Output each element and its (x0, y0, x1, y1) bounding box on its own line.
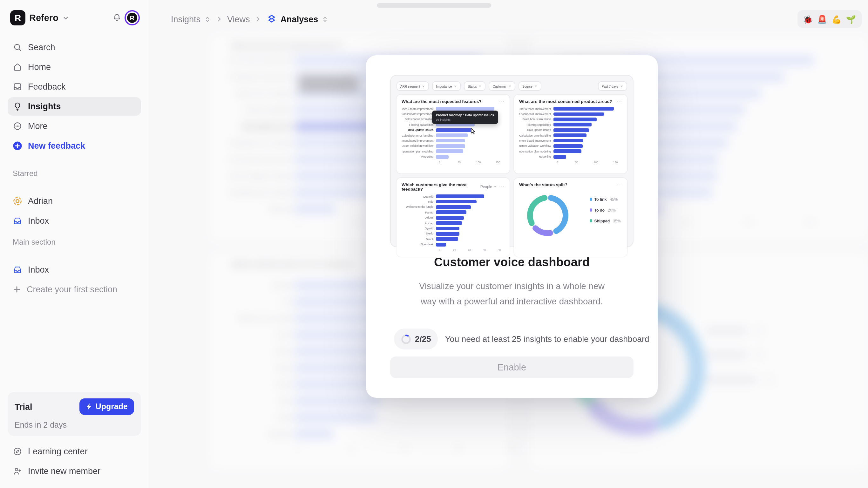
new-feedback-label: New feedback (28, 141, 85, 151)
chart-row-label: Sales bonus simulation (402, 118, 436, 121)
sidebar-nav: Search Home Feedback Insights More New f… (8, 38, 141, 155)
search-icon (13, 42, 22, 52)
axis-tick: 50 (575, 161, 578, 164)
chart-bar (436, 211, 466, 214)
plus-circle-icon (13, 141, 22, 151)
invite-member-button[interactable]: Invite new member (8, 462, 141, 480)
sidebar-item-inbox-main[interactable]: Inbox (8, 261, 141, 279)
bar-chart: DoctolibIndyWelcome to the junglePartooD… (402, 194, 504, 247)
breadcrumb-views[interactable]: Views (227, 14, 250, 24)
starred-list: Adrian Inbox (8, 192, 141, 230)
chevron-down-icon (62, 14, 69, 21)
filter-pill-customer: Customer (489, 81, 515, 91)
chart-bar (554, 150, 582, 153)
preview-chart-product-areas: What are the most concerned product area… (514, 95, 627, 174)
chart-bar (436, 155, 448, 159)
sidebar-header: R Refero R (8, 8, 141, 28)
sidebar-footer: Learning center Invite new member (8, 442, 141, 483)
tooltip-title: Product roadmap : Data update issues (436, 113, 494, 117)
sidebar-item-adrian[interactable]: Adrian (8, 192, 141, 210)
chart-row: Calculation error handling (402, 133, 504, 138)
upgrade-button[interactable]: Upgrade (80, 398, 134, 415)
drag-handle[interactable] (377, 3, 491, 8)
chart-bar (436, 242, 446, 246)
notifications-bell-icon[interactable] (112, 13, 122, 23)
chart-bar (436, 128, 472, 132)
chart-row: Reporting (402, 154, 504, 159)
new-feedback-button[interactable]: New feedback (8, 136, 141, 155)
upgrade-label: Upgrade (96, 402, 128, 411)
chart-legend: To link45%To do20%Shipped35% (589, 197, 621, 223)
compass-icon (13, 447, 22, 456)
breadcrumb-label: Analyses (281, 14, 318, 24)
chart-title: What's the status split? (519, 182, 567, 187)
chart-row-label: Calculation error handling (519, 134, 554, 137)
chart-bar (554, 134, 587, 138)
x-axis: 050100150 (402, 160, 504, 164)
chart-row-label: Statement board improvement (519, 139, 554, 142)
enable-button[interactable]: Enable (390, 357, 633, 378)
section-label-main: Main section (13, 238, 136, 247)
chart-row: Gymlib (402, 226, 504, 231)
breadcrumb-insights[interactable]: Insights (171, 14, 211, 24)
axis-tick: 40 (468, 248, 471, 252)
siren-emoji: 🚨 (817, 14, 827, 24)
chart-row-label: Agicap (402, 221, 436, 224)
chart-row: Data update issues (519, 127, 622, 133)
filter-pill-source: Source (519, 81, 541, 91)
breadcrumb-label: Views (227, 14, 250, 24)
axis-tick: 100 (594, 161, 598, 164)
chart-bar (436, 150, 463, 153)
sidebar-item-insights[interactable]: Insights (8, 97, 141, 116)
preview-chart-status-split: What's the status split?··· To link45%To… (514, 178, 627, 257)
sidebar-item-home[interactable]: Home (8, 58, 141, 76)
chart-row: Partoo (402, 210, 504, 215)
chevron-down-icon (454, 85, 457, 88)
chart-bar (436, 232, 460, 236)
chart-bar (554, 144, 583, 148)
chart-tooltip: Product roadmap : Data update issues 93 … (432, 111, 498, 124)
card-menu-icon: ··· (617, 99, 622, 103)
axis-tick: 20 (453, 248, 456, 252)
sidebar-item-search[interactable]: Search (8, 38, 141, 57)
axis-tick: 50 (458, 161, 461, 164)
trial-card: Trial Upgrade Ends in 2 days (8, 392, 141, 436)
tooltip-subtitle: 93 insights (436, 118, 494, 121)
sidebar-item-more[interactable]: More (8, 117, 141, 135)
chart-bar (436, 221, 462, 225)
chart-row-label: Custom validation workflow (519, 145, 554, 148)
reactions-pill[interactable]: 🐞 🚨 💪 🌱 (797, 10, 862, 28)
chart-bar (554, 128, 589, 132)
axis-tick: 150 (496, 161, 500, 164)
chart-title: What are the most concerned product area… (519, 99, 612, 103)
chart-row: Filtering capabilities (519, 122, 622, 127)
sort-icon (204, 16, 211, 23)
axis-tick: 0 (557, 161, 558, 164)
target-icon (13, 196, 22, 206)
chart-row-label: Filtering capabilities (402, 123, 436, 126)
create-section-button[interactable]: Create your first section (8, 280, 141, 299)
chart-row: Bimpli (402, 236, 504, 242)
learning-center-button[interactable]: Learning center (8, 442, 141, 461)
legend-item: To do20% (589, 208, 621, 212)
modal-title: Customer voice dashboard (366, 255, 658, 269)
workspace-switcher[interactable]: R Refero (10, 10, 69, 25)
modal-description: Visualize your customer insights in a wh… (366, 279, 658, 309)
progress-row: 2/25 You need at least 25 insights to en… (394, 329, 649, 349)
sidebar-item-inbox-starred[interactable]: Inbox (8, 212, 141, 230)
chart-bar (554, 139, 583, 143)
learning-center-label: Learning center (28, 447, 88, 456)
user-avatar[interactable]: R (126, 11, 138, 24)
breadcrumb-analyses[interactable]: Analyses (267, 14, 329, 25)
people-selector: People (480, 185, 497, 189)
feedback-inbox-icon (13, 82, 22, 92)
chart-row-label: Indy (402, 200, 436, 203)
chart-row-label: Data update issues (519, 129, 554, 132)
legend-item: Shipped35% (589, 219, 621, 223)
chart-row-label: Reporting (402, 155, 436, 158)
axis-tick: 0 (439, 161, 441, 164)
sidebar-item-label: Inbox (28, 216, 49, 225)
sidebar-item-feedback[interactable]: Feedback (8, 78, 141, 96)
sidebar-item-label: Search (28, 42, 55, 52)
inbox-icon (13, 265, 22, 274)
